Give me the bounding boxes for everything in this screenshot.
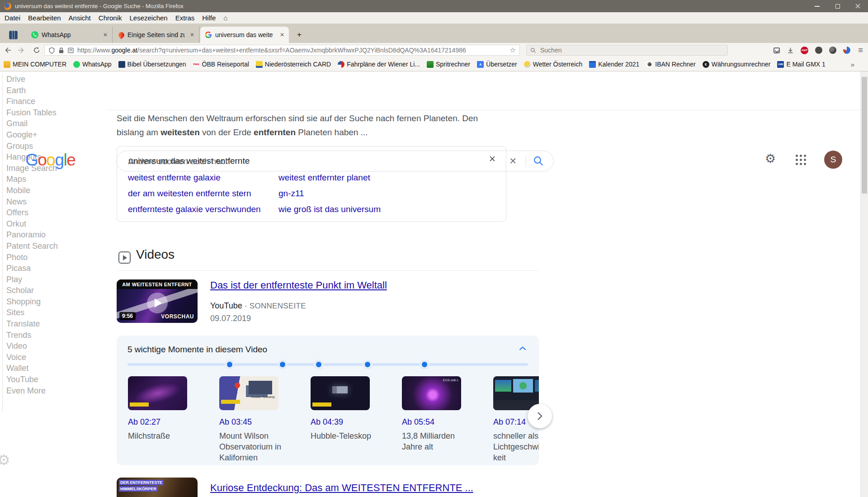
moment-dot-5[interactable]: [422, 362, 427, 367]
sidebar-item-finance[interactable]: Finance: [6, 96, 58, 107]
sidebar-item-trends[interactable]: Trends: [6, 330, 58, 341]
hamburger-menu-icon[interactable]: ≡: [857, 47, 864, 54]
menu-chronik[interactable]: Chronik: [99, 14, 122, 22]
sidebar-item-news[interactable]: News: [6, 196, 58, 208]
back-icon[interactable]: [5, 47, 12, 54]
related-close-icon[interactable]: ✕: [489, 154, 496, 164]
pinned-tab[interactable]: [8, 30, 18, 40]
moment-thumbnail-1[interactable]: [128, 376, 187, 410]
moment-thumbnail-3[interactable]: [311, 376, 370, 410]
sidebar-item-panoramio[interactable]: Panoramio: [6, 229, 58, 241]
menu-extras[interactable]: Extras: [175, 14, 195, 22]
video-thumbnail-1[interactable]: AM WEITESTEN ENTFERNT 9:56 VORSCHAU: [117, 279, 198, 323]
sidebar-item-maps[interactable]: Maps: [6, 174, 58, 185]
bookmark-waehrung[interactable]: €Währungsumrechner: [703, 61, 771, 68]
related-link[interactable]: weitest entfernte galaxie: [128, 173, 261, 183]
bookmark-wetter[interactable]: Wetter Österreich: [524, 61, 582, 68]
tab-close-icon[interactable]: ✕: [190, 32, 194, 38]
pocket-icon[interactable]: [773, 47, 780, 54]
menu-bearbeiten[interactable]: Bearbeiten: [28, 14, 61, 22]
maximize-button[interactable]: [827, 0, 848, 12]
extension-icon-2[interactable]: [829, 47, 836, 54]
scrollbar-thumb[interactable]: [862, 77, 867, 194]
sidebar-item-wallet[interactable]: Wallet: [6, 363, 58, 374]
bookmark-uebersetzer[interactable]: AÜbersetzer: [477, 61, 517, 68]
sidebar-item-offers[interactable]: Offers: [6, 207, 58, 218]
sidebar-item-groups[interactable]: Groups: [6, 141, 58, 152]
sidebar-item-play[interactable]: Play: [6, 274, 58, 285]
profile-avatar[interactable]: S: [824, 151, 842, 169]
bookmark-spritrechner[interactable]: Spritrechner: [427, 61, 470, 68]
adblock-plus-icon[interactable]: ABP: [801, 47, 808, 54]
related-link[interactable]: wie groß ist das universum: [278, 204, 381, 214]
related-link[interactable]: der am weitesten entfernte stern: [128, 189, 261, 199]
related-link[interactable]: gn-z11: [278, 189, 381, 199]
page-info-icon[interactable]: [67, 47, 74, 54]
sidebar-item-youtube[interactable]: YouTube: [6, 374, 58, 385]
moment-dot-4[interactable]: [365, 362, 370, 367]
tab-whatsapp[interactable]: WhatsApp ✕: [27, 27, 113, 43]
tab-google-search[interactable]: universum das weite ✕: [200, 27, 289, 43]
sidebar-item-picasa[interactable]: Picasa: [6, 263, 58, 274]
sidebar-item-orkut[interactable]: Orkut: [6, 218, 58, 230]
firefox-search-input[interactable]: [539, 46, 724, 54]
collapse-chevron-icon[interactable]: [519, 346, 526, 350]
moment-dot-2[interactable]: [280, 362, 285, 367]
moment-thumbnail-2[interactable]: Hooker-Teleskop: [219, 376, 278, 410]
minimize-button[interactable]: [807, 0, 827, 12]
sidebar-item-fusion-tables[interactable]: Fusion Tables: [6, 107, 58, 118]
bookmark-kalender[interactable]: Kalender 2021: [589, 61, 639, 68]
bookmark-gmx[interactable]: GMXE Mail GMX 1: [777, 61, 825, 68]
bookmark-wiener-linien[interactable]: Fahrpläne der Wiener Li...: [338, 61, 420, 68]
sidebar-item-mobile[interactable]: Mobile: [6, 185, 58, 196]
menu-lesezeichen[interactable]: Lesezeichen: [129, 14, 167, 22]
sidebar-item-translate[interactable]: Translate: [6, 318, 58, 330]
moment-thumbnail-5[interactable]: [493, 376, 539, 410]
tab-einige-seiten[interactable]: Einige Seiten sind zu ✕: [114, 27, 199, 43]
moment-time-link[interactable]: Ab 04:39: [311, 417, 373, 427]
bookmark-oebb[interactable]: ÖBBÖBB Reiseportal: [193, 61, 249, 68]
google-settings-icon[interactable]: ⚙: [765, 153, 776, 165]
google-search-button[interactable]: [533, 155, 544, 167]
page-scrollbar[interactable]: [860, 71, 868, 497]
menu-datei[interactable]: Datei: [5, 14, 20, 22]
sidebar-item-gmail[interactable]: Gmail: [6, 118, 58, 129]
bookmark-noe-card[interactable]: Niederösterreich CARD: [256, 61, 331, 68]
video-title-link[interactable]: Kuriose Entdeckung: Das am WEITESTEN ENT…: [210, 482, 473, 494]
menu-ansicht[interactable]: Ansicht: [69, 14, 91, 22]
sidebar-item-sites[interactable]: Sites: [6, 307, 58, 318]
bookmark-bibel[interactable]: Bibel Übersetzungen: [118, 61, 186, 68]
bookmark-whatsapp[interactable]: WhatsApp: [73, 61, 112, 68]
bookmark-mein-computer[interactable]: MEIN COMPUTER: [4, 61, 66, 68]
video-title-link[interactable]: Das ist der entfernteste Punkt im Weltal…: [210, 279, 387, 291]
extension-icon-3[interactable]: [843, 47, 850, 54]
lock-icon[interactable]: [58, 47, 64, 54]
moments-next-button[interactable]: [528, 404, 552, 428]
url-bar[interactable]: https://www.google.at/search?q=universum…: [44, 45, 520, 56]
bookmark-star-icon[interactable]: ☆: [510, 46, 516, 54]
sidebar-item-drive[interactable]: Drive: [6, 74, 58, 85]
clear-search-icon[interactable]: ✕: [506, 156, 519, 166]
downloads-icon[interactable]: [787, 47, 794, 54]
bookmarks-overflow-icon[interactable]: »: [851, 61, 854, 68]
shield-icon[interactable]: [48, 47, 55, 54]
sidebar-item-voice[interactable]: Voice: [6, 352, 58, 363]
tab-close-icon[interactable]: ✕: [103, 32, 108, 38]
sidebar-item-scholar[interactable]: Scholar: [6, 285, 58, 296]
moment-thumbnail-4[interactable]: EGS-zs8-1: [402, 376, 461, 410]
forward-icon[interactable]: [17, 47, 24, 54]
video-thumbnail-2[interactable]: DER ENTFERNTESTE HIMMELSKÖRPER: [117, 478, 198, 497]
new-tab-button[interactable]: +: [294, 29, 305, 40]
sidebar-item-earth[interactable]: Earth: [6, 85, 58, 96]
tab-close-icon[interactable]: ✕: [280, 32, 284, 38]
moment-dot-1[interactable]: [227, 362, 232, 367]
google-apps-grid-icon[interactable]: [796, 155, 807, 166]
home-icon[interactable]: ⌂: [223, 14, 227, 22]
moment-dot-3[interactable]: [316, 362, 321, 367]
sidebar-item-photo[interactable]: Photo: [6, 252, 58, 263]
related-link[interactable]: weitest entfernter planet: [278, 173, 381, 183]
moment-time-link[interactable]: Ab 05:54: [402, 417, 464, 427]
menu-hilfe[interactable]: Hilfe: [202, 14, 216, 22]
extension-icon-1[interactable]: [815, 47, 822, 54]
google-logo[interactable]: Google: [25, 151, 75, 169]
